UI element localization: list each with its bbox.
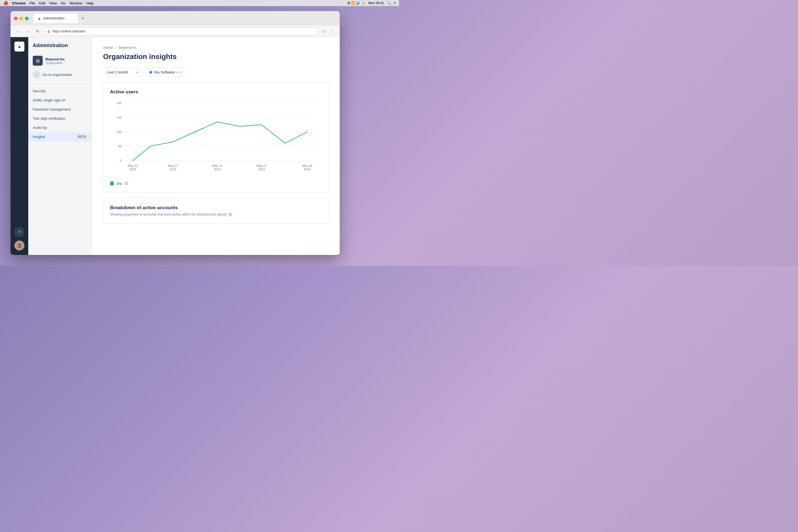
svg-text:2019: 2019 (170, 168, 176, 171)
search-icon[interactable]: 🔍 (387, 1, 391, 5)
atlassian-logo[interactable]: ▲ (14, 41, 24, 52)
help-button[interactable]: ? (14, 227, 24, 237)
system-icons: ⊞ 📶 🔊 🔋 (347, 1, 365, 5)
bookmark-button[interactable]: ☆ (320, 27, 327, 35)
go-icon: ← (33, 71, 40, 78)
svg-text:100: 100 (117, 130, 122, 134)
apple-menu[interactable]: 🍎 (3, 1, 8, 5)
legend-info-icon[interactable]: i (124, 181, 129, 186)
sidebar-title: Administration (28, 43, 92, 53)
url-text: https://admin.atlassian (52, 30, 86, 33)
breadcrumb-admin[interactable]: Admin (103, 45, 113, 50)
clock: Mon 09:41 (368, 1, 384, 5)
tab-title: Administration (43, 16, 64, 20)
nav-sidebar: Administration ⊞ Beyond Inc Organization… (28, 37, 92, 255)
breakdown-subtitle: Showing proportion of accounts that were… (110, 212, 322, 217)
chart-title: Active users (110, 89, 322, 95)
main-content: Admin / Beyond Inc Organization insights… (92, 37, 340, 255)
product-filter-label: Jira Software (154, 70, 175, 74)
svg-text:150: 150 (117, 116, 122, 119)
insights-label: Insights (33, 135, 45, 139)
back-button[interactable]: ‹ (14, 27, 22, 35)
tab-bar: ▲ Administration + (34, 14, 87, 23)
svg-text:50: 50 (118, 145, 122, 148)
fullscreen-button[interactable] (25, 17, 28, 20)
nav-actions: ☆ ⋮ (320, 27, 336, 35)
org-info: Beyond Inc Organization (45, 57, 65, 64)
saml-label: SAML single sign-on (33, 98, 66, 102)
page-title: Organization insights (103, 52, 329, 61)
tab-favicon: ▲ (37, 16, 41, 20)
insights-item-inner: Insights BETA (33, 135, 87, 139)
svg-text:May 01: May 01 (128, 164, 138, 167)
security-label: Security (33, 89, 46, 93)
menu-help[interactable]: Help (86, 1, 94, 5)
go-to-org-link[interactable]: ← Go to organization (28, 69, 92, 81)
active-tab[interactable]: ▲ Administration (34, 14, 78, 23)
avatar-image: 👤 (17, 243, 22, 248)
address-bar[interactable]: 🔒 https://admin.atlassian (44, 27, 318, 35)
time-dropdown-arrow-icon: ▾ (136, 71, 138, 74)
menu-edit[interactable]: Edit (39, 1, 45, 5)
dark-sidebar: ▲ ? 👤 (11, 37, 28, 255)
breakdown-title: Breakdown of active accounts (110, 205, 322, 211)
menu-window[interactable]: Window (70, 1, 82, 5)
svg-text:May 21: May 21 (256, 164, 267, 167)
product-remove-icon[interactable]: × (176, 70, 178, 74)
nav-bar: ‹ › ↻ 🔒 https://admin.atlassian ☆ ⋮ (11, 25, 340, 37)
app-layout: ▲ ? 👤 Administration ⊞ Beyond Inc Organi… (11, 37, 340, 255)
breakdown-subtitle-text: Showing proportion of accounts that were… (110, 212, 226, 216)
go-to-org-label: Go to organization (43, 73, 72, 77)
reload-button[interactable]: ↻ (34, 27, 41, 35)
svg-text:2019: 2019 (129, 168, 136, 171)
sidebar-item-two-step[interactable]: Two-step verification (28, 114, 92, 123)
svg-text:2019: 2019 (214, 168, 221, 171)
sidebar-item-saml[interactable]: SAML single sign-on (28, 96, 92, 105)
app-name[interactable]: Chrome (12, 1, 25, 5)
menu-bar-left: 🍎 Chrome File Edit View Go Window Help (3, 1, 94, 5)
breakdown-info-icon[interactable]: i (228, 212, 232, 217)
close-button[interactable] (14, 17, 17, 20)
svg-text:0: 0 (120, 159, 122, 163)
audit-label: Audit log (33, 126, 47, 130)
filters-row: Last 1 month ▾ Jira Software × ▾ (103, 68, 329, 77)
breadcrumb: Admin / Beyond Inc (103, 45, 329, 50)
menu-bar: 🍎 Chrome File Edit View Go Window Help ⊞… (0, 0, 399, 6)
new-tab-button[interactable]: + (79, 14, 87, 22)
svg-text:May 28: May 28 (302, 164, 312, 167)
svg-text:200: 200 (117, 101, 122, 105)
org-type: Organization (45, 61, 65, 64)
jira-legend-label: Jira (116, 182, 122, 186)
menu-view[interactable]: View (49, 1, 57, 5)
sidebar-item-audit[interactable]: Audit log (28, 123, 92, 132)
more-options-button[interactable]: ⋮ (329, 27, 336, 35)
menu-file[interactable]: File (30, 1, 35, 5)
product-filter[interactable]: Jira Software × ▾ (145, 68, 186, 77)
forward-button[interactable]: › (24, 27, 32, 35)
menu-bar-right: ⊞ 📶 🔊 🔋 Mon 09:41 🔍 ≡ (347, 1, 396, 5)
sidebar-bottom: ? 👤 (14, 227, 24, 250)
minimize-button[interactable] (19, 17, 23, 20)
breadcrumb-separator: / (116, 45, 117, 50)
control-center-icon[interactable]: ≡ (394, 1, 396, 5)
svg-text:2019: 2019 (258, 168, 265, 171)
traffic-lights (14, 17, 28, 20)
org-item[interactable]: ⊞ Beyond Inc Organization (28, 53, 92, 69)
active-users-card: Active users 200 150 100 50 (103, 82, 329, 193)
sidebar-item-security[interactable]: Security (28, 87, 92, 96)
chart-legend: Jira i (110, 181, 322, 186)
breadcrumb-beyond-inc[interactable]: Beyond Inc (119, 45, 137, 50)
product-dropdown-arrow-icon: ▾ (180, 71, 182, 74)
browser-window: ▲ Administration + ‹ › ↻ 🔒 https://admin… (11, 11, 340, 255)
time-filter-dropdown[interactable]: Last 1 month ▾ (103, 68, 142, 77)
sidebar-item-password[interactable]: Password management (28, 105, 92, 114)
title-bar: ▲ Administration + (11, 11, 340, 25)
sidebar-item-insights[interactable]: Insights BETA (28, 132, 92, 141)
svg-text:2019: 2019 (304, 168, 310, 171)
logo-symbol: ▲ (17, 44, 22, 49)
time-filter-label: Last 1 month (107, 70, 128, 74)
user-avatar[interactable]: 👤 (14, 241, 24, 250)
password-label: Password management (33, 107, 71, 111)
menu-go[interactable]: Go (61, 1, 65, 5)
svg-text:May 14: May 14 (212, 164, 222, 167)
